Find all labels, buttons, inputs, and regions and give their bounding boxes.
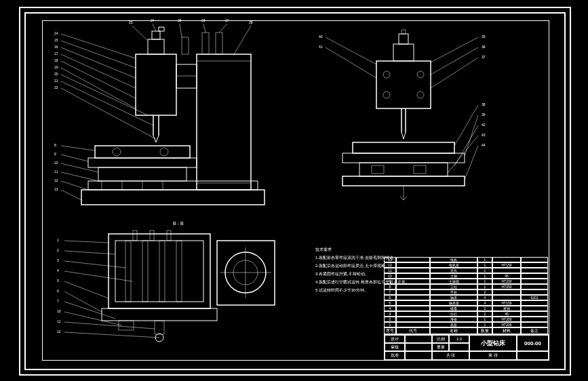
svg-point-53 <box>417 92 424 98</box>
svg-rect-56 <box>353 142 454 153</box>
bom-cell: 1 <box>477 268 492 273</box>
bom-cell: 2 <box>477 306 492 311</box>
bom-cell <box>396 289 430 295</box>
bom-cell: 2 <box>384 317 396 322</box>
svg-line-36 <box>180 24 182 37</box>
svg-rect-9 <box>176 64 197 88</box>
svg-line-65 <box>431 37 478 62</box>
bom-cell: 1 <box>477 322 492 327</box>
titleblock-sheet: 第 张 <box>469 351 517 360</box>
notes-line-0: 技术要求 <box>315 247 332 252</box>
callout: 37 <box>482 55 486 59</box>
bom-cell: 丝杠 <box>430 311 477 317</box>
callout: 22 <box>54 85 58 89</box>
callout: 15 <box>54 38 58 42</box>
callout: 36 <box>482 45 486 49</box>
titleblock-design-label: 设计 <box>385 335 405 343</box>
callout: 43 <box>482 133 486 137</box>
callout: 38 <box>482 102 486 106</box>
bom-cell <box>396 311 430 317</box>
svg-line-93 <box>64 261 125 268</box>
callout: 39 <box>482 113 486 117</box>
bom-cell: HT200 <box>492 317 521 322</box>
svg-point-51 <box>417 71 424 78</box>
callout: 11 <box>57 319 61 323</box>
bom-cell: 1 <box>477 317 492 322</box>
titleblock-weight <box>449 343 469 351</box>
svg-line-95 <box>64 281 109 298</box>
titleblock-dwgno: 000-00 <box>517 335 549 351</box>
callout: 19 <box>54 65 58 69</box>
callout: 1 <box>57 238 59 242</box>
callout: 23 <box>129 20 133 24</box>
svg-rect-82 <box>102 308 217 321</box>
callout: 27 <box>225 18 229 22</box>
bom-cell: 11 <box>384 268 396 273</box>
svg-rect-12 <box>202 33 209 54</box>
notes-line-5: 5.试运转时间不少于30分钟。 <box>315 288 368 292</box>
callout: 11 <box>54 169 58 174</box>
bom-cell: 10 <box>384 273 396 279</box>
svg-line-97 <box>64 302 115 319</box>
svg-line-30 <box>61 68 136 108</box>
svg-line-26 <box>61 41 136 68</box>
bom-cell: 6201 <box>521 295 548 300</box>
svg-line-64 <box>326 47 376 78</box>
callout: 7 <box>57 299 59 303</box>
bom-cell: 螺母 <box>430 306 477 311</box>
svg-rect-15 <box>88 158 197 167</box>
callout: 28 <box>249 20 253 24</box>
svg-line-34 <box>132 26 148 41</box>
svg-rect-16 <box>98 167 187 181</box>
bom-cell: 12 <box>384 262 396 268</box>
svg-rect-75 <box>125 241 131 302</box>
titleblock-scale: 1:2 <box>449 335 469 343</box>
bom-cell: HT150 <box>492 300 521 306</box>
callout: 44 <box>482 143 486 147</box>
bom-cell: 1 <box>477 257 492 262</box>
bom-cell <box>521 289 548 295</box>
callout: 25 <box>178 18 182 22</box>
bom-cell <box>396 284 430 289</box>
bom-cell: 轴承座 <box>430 300 477 306</box>
bom-cell: 1 <box>477 279 492 284</box>
callout: 40 <box>319 35 323 39</box>
callout: 8 <box>54 143 56 147</box>
bom-cell <box>492 268 521 273</box>
svg-rect-11 <box>182 37 189 54</box>
svg-rect-5 <box>152 31 160 39</box>
callout: 14 <box>54 31 58 35</box>
svg-rect-4 <box>148 39 164 54</box>
svg-rect-76 <box>142 241 148 302</box>
bom-cell <box>521 273 548 279</box>
svg-point-50 <box>383 71 390 78</box>
titleblock-check <box>405 343 432 351</box>
callout: 2 <box>57 248 59 252</box>
svg-line-45 <box>61 190 81 200</box>
svg-rect-78 <box>176 241 182 302</box>
svg-line-28 <box>61 54 136 88</box>
svg-line-44 <box>61 181 88 190</box>
svg-line-71 <box>448 136 478 173</box>
bom-cell <box>521 300 548 306</box>
svg-rect-19 <box>81 190 264 205</box>
bom-cell <box>521 306 548 311</box>
svg-line-43 <box>61 172 102 182</box>
svg-rect-83 <box>119 321 134 330</box>
notes-line-2: 2.装配后各运动部件应灵活,无卡滞现象。 <box>315 263 389 268</box>
callout: 12 <box>54 178 58 182</box>
callout: 21 <box>54 79 58 83</box>
svg-line-92 <box>64 251 115 254</box>
bom-cell <box>396 295 430 300</box>
svg-line-94 <box>64 271 132 281</box>
bom-cell: 3 <box>384 311 396 317</box>
bom-cell: 手轮 <box>430 289 477 295</box>
bom-cell: 2 <box>477 311 492 317</box>
bom-cell: HT200 <box>492 279 521 284</box>
callout: 6 <box>57 289 59 293</box>
bom-header: 名称 <box>430 327 477 334</box>
bom-cell <box>396 257 430 262</box>
bom-cell: 9 <box>384 279 396 284</box>
bom-cell: 电机座 <box>430 262 477 268</box>
svg-line-41 <box>61 155 88 161</box>
